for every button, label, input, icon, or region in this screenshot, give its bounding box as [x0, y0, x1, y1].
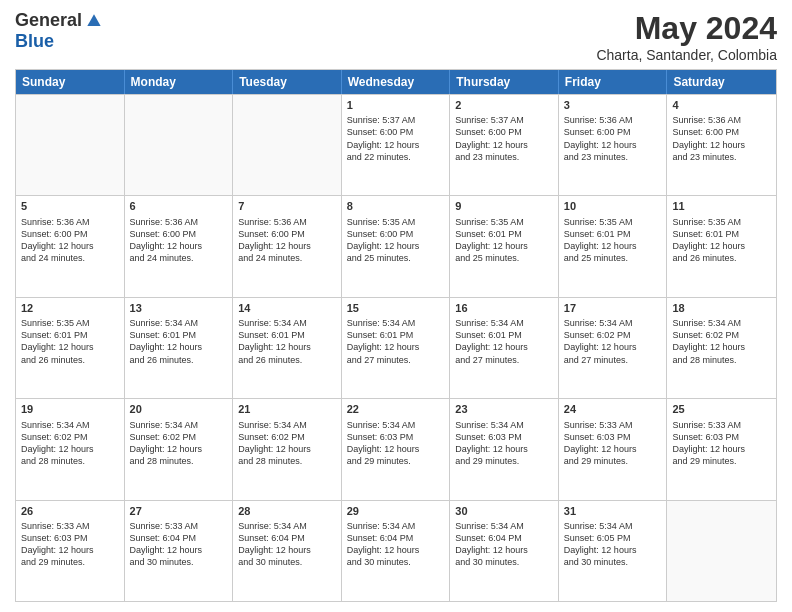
day-info: Sunrise: 5:33 AM Sunset: 6:03 PM Dayligh… [21, 520, 119, 569]
day-number: 1 [347, 98, 445, 112]
day-cell-22: 22Sunrise: 5:34 AM Sunset: 6:03 PM Dayli… [342, 399, 451, 499]
day-number: 25 [672, 402, 771, 416]
day-number: 15 [347, 301, 445, 315]
calendar-week-4: 19Sunrise: 5:34 AM Sunset: 6:02 PM Dayli… [16, 398, 776, 499]
day-cell-18: 18Sunrise: 5:34 AM Sunset: 6:02 PM Dayli… [667, 298, 776, 398]
day-number: 16 [455, 301, 553, 315]
day-cell-25: 25Sunrise: 5:33 AM Sunset: 6:03 PM Dayli… [667, 399, 776, 499]
day-info: Sunrise: 5:34 AM Sunset: 6:04 PM Dayligh… [455, 520, 553, 569]
day-cell-6: 6Sunrise: 5:36 AM Sunset: 6:00 PM Daylig… [125, 196, 234, 296]
day-cell-1: 1Sunrise: 5:37 AM Sunset: 6:00 PM Daylig… [342, 95, 451, 195]
title-block: May 2024 Charta, Santander, Colombia [596, 10, 777, 63]
header-day-sunday: Sunday [16, 70, 125, 94]
day-number: 19 [21, 402, 119, 416]
month-title: May 2024 [596, 10, 777, 47]
day-info: Sunrise: 5:36 AM Sunset: 6:00 PM Dayligh… [238, 216, 336, 265]
day-info: Sunrise: 5:35 AM Sunset: 6:01 PM Dayligh… [21, 317, 119, 366]
day-number: 2 [455, 98, 553, 112]
logo: General Blue [15, 10, 104, 52]
header-day-wednesday: Wednesday [342, 70, 451, 94]
header-day-friday: Friday [559, 70, 668, 94]
day-cell-11: 11Sunrise: 5:35 AM Sunset: 6:01 PM Dayli… [667, 196, 776, 296]
day-number: 22 [347, 402, 445, 416]
calendar-header: SundayMondayTuesdayWednesdayThursdayFrid… [16, 70, 776, 94]
page: General Blue May 2024 Charta, Santander,… [0, 0, 792, 612]
day-cell-13: 13Sunrise: 5:34 AM Sunset: 6:01 PM Dayli… [125, 298, 234, 398]
day-info: Sunrise: 5:33 AM Sunset: 6:03 PM Dayligh… [672, 419, 771, 468]
day-cell-10: 10Sunrise: 5:35 AM Sunset: 6:01 PM Dayli… [559, 196, 668, 296]
day-number: 14 [238, 301, 336, 315]
day-cell-9: 9Sunrise: 5:35 AM Sunset: 6:01 PM Daylig… [450, 196, 559, 296]
day-info: Sunrise: 5:34 AM Sunset: 6:04 PM Dayligh… [347, 520, 445, 569]
header: General Blue May 2024 Charta, Santander,… [15, 10, 777, 63]
day-info: Sunrise: 5:35 AM Sunset: 6:01 PM Dayligh… [672, 216, 771, 265]
header-day-saturday: Saturday [667, 70, 776, 94]
location-text: Charta, Santander, Colombia [596, 47, 777, 63]
day-number: 18 [672, 301, 771, 315]
empty-cell [233, 95, 342, 195]
logo-text: General [15, 10, 104, 31]
day-cell-28: 28Sunrise: 5:34 AM Sunset: 6:04 PM Dayli… [233, 501, 342, 601]
day-number: 29 [347, 504, 445, 518]
svg-marker-0 [87, 14, 100, 26]
day-info: Sunrise: 5:36 AM Sunset: 6:00 PM Dayligh… [130, 216, 228, 265]
day-number: 17 [564, 301, 662, 315]
day-cell-15: 15Sunrise: 5:34 AM Sunset: 6:01 PM Dayli… [342, 298, 451, 398]
header-day-thursday: Thursday [450, 70, 559, 94]
day-info: Sunrise: 5:33 AM Sunset: 6:03 PM Dayligh… [564, 419, 662, 468]
day-number: 8 [347, 199, 445, 213]
calendar-week-3: 12Sunrise: 5:35 AM Sunset: 6:01 PM Dayli… [16, 297, 776, 398]
empty-cell [667, 501, 776, 601]
day-number: 23 [455, 402, 553, 416]
day-cell-31: 31Sunrise: 5:34 AM Sunset: 6:05 PM Dayli… [559, 501, 668, 601]
day-number: 12 [21, 301, 119, 315]
day-number: 9 [455, 199, 553, 213]
day-info: Sunrise: 5:34 AM Sunset: 6:05 PM Dayligh… [564, 520, 662, 569]
day-info: Sunrise: 5:34 AM Sunset: 6:02 PM Dayligh… [564, 317, 662, 366]
day-cell-14: 14Sunrise: 5:34 AM Sunset: 6:01 PM Dayli… [233, 298, 342, 398]
day-number: 21 [238, 402, 336, 416]
day-cell-26: 26Sunrise: 5:33 AM Sunset: 6:03 PM Dayli… [16, 501, 125, 601]
day-number: 28 [238, 504, 336, 518]
day-cell-8: 8Sunrise: 5:35 AM Sunset: 6:00 PM Daylig… [342, 196, 451, 296]
day-info: Sunrise: 5:36 AM Sunset: 6:00 PM Dayligh… [21, 216, 119, 265]
header-day-monday: Monday [125, 70, 234, 94]
day-number: 6 [130, 199, 228, 213]
logo-blue-text: Blue [15, 31, 54, 52]
day-number: 11 [672, 199, 771, 213]
calendar: SundayMondayTuesdayWednesdayThursdayFrid… [15, 69, 777, 602]
day-cell-24: 24Sunrise: 5:33 AM Sunset: 6:03 PM Dayli… [559, 399, 668, 499]
day-info: Sunrise: 5:34 AM Sunset: 6:01 PM Dayligh… [238, 317, 336, 366]
calendar-week-1: 1Sunrise: 5:37 AM Sunset: 6:00 PM Daylig… [16, 94, 776, 195]
day-number: 3 [564, 98, 662, 112]
empty-cell [125, 95, 234, 195]
day-number: 10 [564, 199, 662, 213]
day-info: Sunrise: 5:35 AM Sunset: 6:01 PM Dayligh… [564, 216, 662, 265]
day-info: Sunrise: 5:34 AM Sunset: 6:01 PM Dayligh… [130, 317, 228, 366]
logo-icon [84, 11, 104, 31]
day-cell-23: 23Sunrise: 5:34 AM Sunset: 6:03 PM Dayli… [450, 399, 559, 499]
day-info: Sunrise: 5:33 AM Sunset: 6:04 PM Dayligh… [130, 520, 228, 569]
day-info: Sunrise: 5:35 AM Sunset: 6:01 PM Dayligh… [455, 216, 553, 265]
day-cell-30: 30Sunrise: 5:34 AM Sunset: 6:04 PM Dayli… [450, 501, 559, 601]
empty-cell [16, 95, 125, 195]
day-info: Sunrise: 5:34 AM Sunset: 6:03 PM Dayligh… [455, 419, 553, 468]
day-info: Sunrise: 5:34 AM Sunset: 6:02 PM Dayligh… [238, 419, 336, 468]
day-cell-17: 17Sunrise: 5:34 AM Sunset: 6:02 PM Dayli… [559, 298, 668, 398]
day-info: Sunrise: 5:35 AM Sunset: 6:00 PM Dayligh… [347, 216, 445, 265]
day-cell-27: 27Sunrise: 5:33 AM Sunset: 6:04 PM Dayli… [125, 501, 234, 601]
day-number: 20 [130, 402, 228, 416]
day-cell-16: 16Sunrise: 5:34 AM Sunset: 6:01 PM Dayli… [450, 298, 559, 398]
day-cell-3: 3Sunrise: 5:36 AM Sunset: 6:00 PM Daylig… [559, 95, 668, 195]
header-day-tuesday: Tuesday [233, 70, 342, 94]
day-info: Sunrise: 5:34 AM Sunset: 6:02 PM Dayligh… [21, 419, 119, 468]
day-info: Sunrise: 5:34 AM Sunset: 6:02 PM Dayligh… [130, 419, 228, 468]
day-info: Sunrise: 5:34 AM Sunset: 6:04 PM Dayligh… [238, 520, 336, 569]
day-number: 30 [455, 504, 553, 518]
day-info: Sunrise: 5:37 AM Sunset: 6:00 PM Dayligh… [455, 114, 553, 163]
day-info: Sunrise: 5:36 AM Sunset: 6:00 PM Dayligh… [672, 114, 771, 163]
day-cell-12: 12Sunrise: 5:35 AM Sunset: 6:01 PM Dayli… [16, 298, 125, 398]
day-cell-21: 21Sunrise: 5:34 AM Sunset: 6:02 PM Dayli… [233, 399, 342, 499]
day-cell-4: 4Sunrise: 5:36 AM Sunset: 6:00 PM Daylig… [667, 95, 776, 195]
day-cell-20: 20Sunrise: 5:34 AM Sunset: 6:02 PM Dayli… [125, 399, 234, 499]
